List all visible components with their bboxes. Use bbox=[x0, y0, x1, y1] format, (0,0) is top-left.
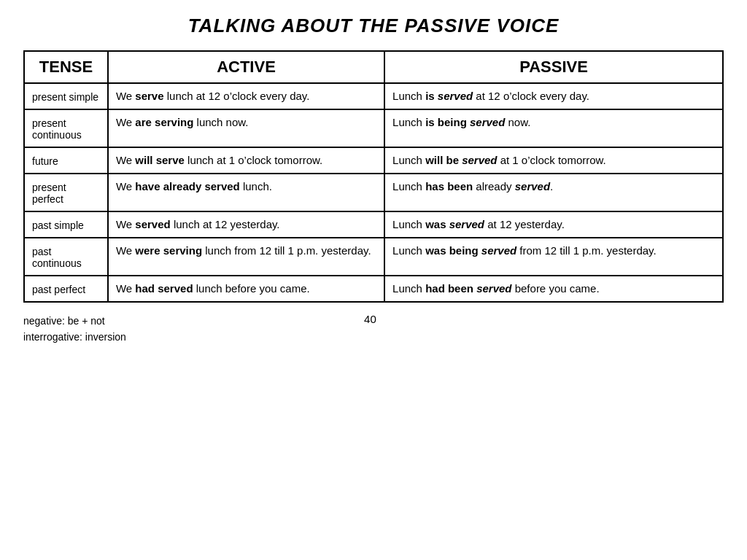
tense-cell-1: present continuous bbox=[24, 109, 108, 147]
note-interrogative: interrogative: inversion bbox=[23, 329, 126, 345]
passive-cell-5: Lunch was being served from 12 till 1 p.… bbox=[384, 238, 723, 276]
active-cell-0: We serve lunch at 12 o’clock every day. bbox=[108, 83, 384, 109]
table-row: present continuousWe are serving lunch n… bbox=[24, 109, 723, 147]
passive-cell-1: Lunch is being served now. bbox=[384, 109, 723, 147]
table-row: present perfectWe have already served lu… bbox=[24, 174, 723, 211]
tense-cell-5: past continuous bbox=[24, 238, 108, 276]
table-row: past simpleWe served lunch at 12 yesterd… bbox=[24, 211, 723, 238]
passive-cell-4: Lunch was served at 12 yesterday. bbox=[384, 211, 723, 238]
page-number: 40 bbox=[126, 313, 614, 325]
note-negative: negative: be + not bbox=[23, 313, 126, 329]
tense-cell-6: past perfect bbox=[24, 276, 108, 302]
active-cell-3: We have already served lunch. bbox=[108, 174, 384, 211]
passive-cell-0: Lunch is served at 12 o’clock every day. bbox=[384, 83, 723, 109]
active-cell-5: We were serving lunch from 12 till 1 p.m… bbox=[108, 238, 384, 276]
active-cell-1: We are serving lunch now. bbox=[108, 109, 384, 147]
passive-cell-2: Lunch will be served at 1 o’clock tomorr… bbox=[384, 147, 723, 174]
table-row: futureWe will serve lunch at 1 o’clock t… bbox=[24, 147, 723, 174]
table-header-row: TENSE ACTIVE PASSIVE bbox=[24, 51, 723, 83]
active-cell-6: We had served lunch before you came. bbox=[108, 276, 384, 302]
table-row: present simpleWe serve lunch at 12 o’clo… bbox=[24, 83, 723, 109]
header-tense: TENSE bbox=[24, 51, 108, 83]
footer: negative: be + not interrogative: invers… bbox=[23, 313, 724, 346]
page-title: TALKING ABOUT THE PASSIVE VOICE bbox=[188, 15, 560, 37]
table-row: past continuousWe were serving lunch fro… bbox=[24, 238, 723, 276]
passive-cell-6: Lunch had been served before you came. bbox=[384, 276, 723, 302]
header-passive: PASSIVE bbox=[384, 51, 723, 83]
table-row: past perfectWe had served lunch before y… bbox=[24, 276, 723, 302]
passive-cell-3: Lunch has been already served. bbox=[384, 174, 723, 211]
tense-cell-2: future bbox=[24, 147, 108, 174]
tense-cell-3: present perfect bbox=[24, 174, 108, 211]
header-active: ACTIVE bbox=[108, 51, 384, 83]
tense-cell-4: past simple bbox=[24, 211, 108, 238]
grammar-table: TENSE ACTIVE PASSIVE present simpleWe se… bbox=[23, 50, 724, 303]
footer-notes: negative: be + not interrogative: invers… bbox=[23, 313, 126, 346]
active-cell-4: We served lunch at 12 yesterday. bbox=[108, 211, 384, 238]
tense-cell-0: present simple bbox=[24, 83, 108, 109]
active-cell-2: We will serve lunch at 1 o’clock tomorro… bbox=[108, 147, 384, 174]
